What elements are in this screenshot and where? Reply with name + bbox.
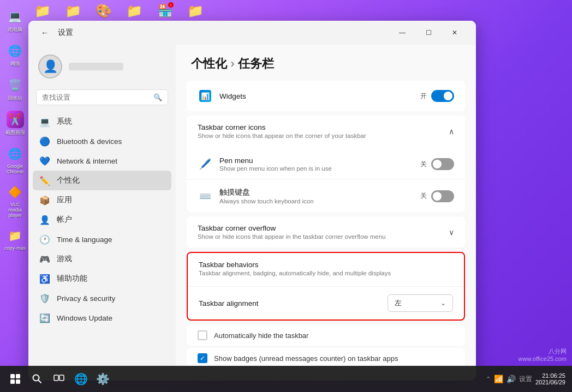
sidebar-item-update[interactable]: 🔄 Windows Update [33, 308, 171, 328]
desktop-folder-4[interactable]: 📁 [186, 1, 205, 21]
privacy-label: Privacy & security [57, 294, 115, 303]
sidebar-item-accessibility[interactable]: ♿ 辅助功能 [33, 269, 171, 288]
desktop-icon-pc[interactable]: 💻 此电脑 [2, 5, 28, 35]
svg-line-5 [38, 380, 41, 383]
behaviors-desc: Taskbar alignment, badging, automaticall… [199, 270, 453, 276]
taskbar-corner-icons-card: Taskbar corner icons Show or hide icons … [187, 116, 465, 212]
badges-checkbox[interactable] [198, 353, 207, 363]
svg-rect-0 [10, 374, 15, 378]
watermark-line1: 八分网 [519, 347, 567, 355]
pen-menu-row: 🖊️ Pen menu Show pen menu icon when pen … [187, 149, 465, 180]
desktop-folder-2[interactable]: 📁 [63, 1, 83, 21]
widgets-toggle-label: 开 [420, 92, 427, 101]
corner-icons-title: Taskbar corner icons [198, 123, 449, 131]
start-button[interactable] [7, 370, 24, 388]
desktop-icon-snip[interactable]: ✂️ 截图画报 [2, 108, 28, 138]
widgets-toggle-thumb [444, 92, 452, 100]
clock-date: 2021/06/29 [535, 379, 565, 385]
title-bar: ← 设置 — ☐ ✕ [28, 21, 476, 45]
keyboard-desc: Always show touch keyboard icon [219, 198, 414, 204]
breadcrumb-current: 任务栏 [238, 57, 274, 70]
desktop-icon-vlc[interactable]: 🔶 VLC media player [2, 181, 28, 220]
alignment-value: 左 [395, 298, 436, 308]
overflow-title: Taskbar corner overflow [198, 224, 449, 232]
taskbar-behaviors-header[interactable]: Taskbar behaviors Taskbar alignment, bad… [188, 253, 464, 284]
top-taskbar: 📁 📁 🎨 📁 🏪 ! 📁 [0, 0, 572, 22]
auto-hide-label: Automatically hide the taskbar [214, 331, 308, 340]
auto-hide-checkbox[interactable] [198, 330, 207, 340]
sidebar-item-personalization[interactable]: ✏️ 个性化 [33, 171, 171, 190]
close-button[interactable]: ✕ [442, 24, 467, 41]
privacy-icon: 🛡️ [39, 293, 50, 304]
corner-icons-desc: Show or hide icons that appear on the co… [198, 132, 449, 139]
taskbar-corner-icons-header[interactable]: Taskbar corner icons Show or hide icons … [187, 116, 465, 147]
sidebar-item-accounts[interactable]: 👤 帐户 [33, 210, 171, 230]
sidebar-item-gaming[interactable]: 🎮 游戏 [33, 249, 171, 269]
widgets-control: 开 [420, 90, 454, 102]
window-body: 👤 🔍 💻 系统 🔵 Bluetooth & devices [28, 45, 476, 381]
sidebar-item-apps[interactable]: 📦 应用 [33, 190, 171, 210]
personalization-label: 个性化 [57, 176, 80, 185]
desktop-folder-1[interactable]: 📁 [33, 1, 52, 21]
breadcrumb-parent: 个性化 [191, 57, 227, 70]
sidebar-item-privacy[interactable]: 🛡️ Privacy & security [33, 288, 171, 308]
breadcrumb-separator: › [230, 57, 237, 70]
behaviors-title: Taskbar behaviors [199, 261, 453, 269]
chrome-icon: 🌐 [7, 145, 24, 162]
back-button[interactable]: ← [37, 25, 52, 40]
alignment-dropdown[interactable]: 左 ⌄ [388, 294, 453, 312]
desktop-icons-column: 💻 此电脑 🌐 网络 🗑️ 回收站 ✂️ 截图画报 🌐 Google Chrom… [0, 0, 30, 366]
desktop-icon-chrome[interactable]: 🌐 Google Chrome [2, 143, 28, 177]
search-box[interactable]: 🔍 [36, 89, 168, 105]
desktop-icon-recycle[interactable]: 🗑️ 回收站 [2, 74, 28, 104]
minimize-button[interactable]: — [390, 24, 415, 41]
touch-keyboard-row: ⌨️ 触摸键盘 Always show touch keyboard icon … [187, 180, 465, 212]
taskbar-search-button[interactable] [28, 370, 46, 388]
badges-label: Show badges (unread messages counter) on… [214, 354, 398, 363]
copy-icon: 📁 [7, 227, 24, 244]
pen-toggle-label: 关 [420, 160, 427, 169]
keyboard-toggle[interactable] [431, 190, 454, 202]
watermark: 八分网 www.office25.com [519, 347, 567, 362]
page-header: 个性化 › 任务栏 [176, 45, 476, 81]
gaming-icon: 🎮 [39, 254, 50, 264]
desktop-icon-network[interactable]: 🌐 网络 [2, 40, 28, 70]
time-icon: 🕐 [39, 234, 50, 245]
sidebar-item-bluetooth[interactable]: 🔵 Bluetooth & devices [33, 131, 171, 151]
content-area: 📊 Widgets 开 [176, 81, 476, 381]
sidebar-item-network[interactable]: 💙 Network & internet [33, 151, 171, 171]
keyboard-text: 触摸键盘 Always show touch keyboard icon [219, 188, 414, 204]
network-label-sidebar: Network & internet [57, 157, 117, 165]
accessibility-label: 辅助功能 [57, 274, 87, 284]
sidebar-item-system[interactable]: 💻 系统 [33, 112, 171, 131]
system-label: 系统 [57, 117, 72, 126]
accessibility-icon: ♿ [39, 273, 50, 284]
taskbar-task-view[interactable] [50, 370, 68, 388]
svg-rect-7 [59, 375, 64, 381]
gaming-label: 游戏 [57, 254, 72, 264]
desktop-app-store[interactable]: 🏪 ! [155, 1, 175, 21]
taskbar-corner-overflow-header[interactable]: Taskbar corner overflow Show or hide ico… [187, 216, 465, 248]
taskbar-settings[interactable]: ⚙️ [94, 370, 111, 388]
maximize-button[interactable]: ☐ [416, 24, 441, 41]
pen-toggle[interactable] [431, 158, 454, 170]
clock-area: 21:06:25 2021/06/29 [535, 372, 565, 385]
widgets-toggle[interactable] [431, 90, 454, 102]
recycle-icon: 🗑️ [7, 76, 24, 94]
pen-desc: Show pen menu icon when pen is in use [219, 165, 414, 172]
window-title: 设置 [58, 28, 384, 38]
window-controls: — ☐ ✕ [390, 24, 467, 41]
user-name-placeholder [69, 63, 123, 70]
desktop-app-paint[interactable]: 🎨 [94, 1, 114, 21]
desktop-folder-3[interactable]: 📁 [124, 1, 144, 21]
sidebar-item-time[interactable]: 🕐 Time & language [33, 230, 171, 249]
keyboard-title: 触摸键盘 [219, 188, 414, 197]
overflow-chevron: ∨ [449, 228, 454, 237]
alignment-row: Taskbar alignment 左 ⌄ [188, 286, 464, 319]
desktop-icon-copy[interactable]: 📁 copy-mas [2, 225, 28, 253]
pen-text: Pen menu Show pen menu icon when pen is … [219, 156, 414, 172]
taskbar-edge[interactable]: 🌐 [72, 370, 90, 388]
snip-label: 截图画报 [5, 129, 25, 136]
corner-icons-text: Taskbar corner icons Show or hide icons … [198, 123, 449, 139]
search-input[interactable] [42, 93, 149, 101]
